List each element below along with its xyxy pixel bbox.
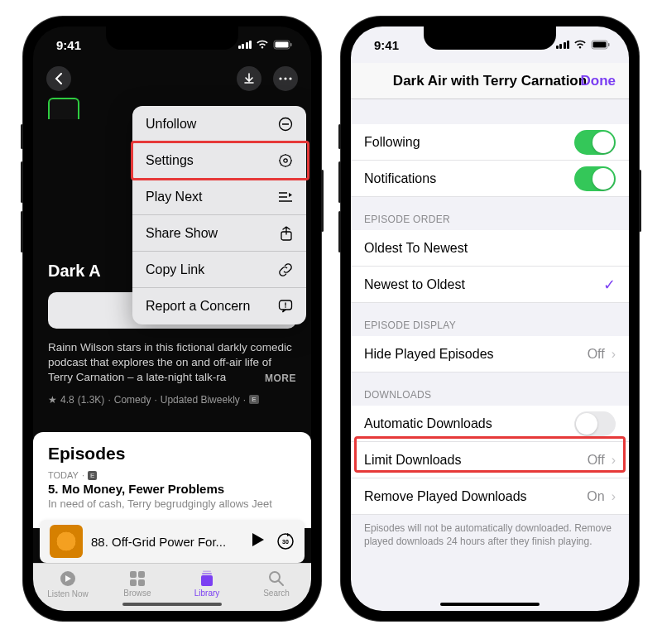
gear-icon [278,153,293,168]
svg-rect-12 [138,579,145,586]
chevron-right-icon: › [612,347,616,362]
svg-rect-10 [138,571,145,578]
phone-right: 9:41 Dark Air with Terry Carnation Done … [341,17,639,621]
grid-icon [129,570,146,587]
tab-search[interactable]: Search [242,564,311,604]
cell-limit-downloads[interactable]: Limit Downloads Off› [351,442,629,478]
download-button[interactable] [237,66,261,91]
toggle-following[interactable] [574,130,616,155]
phone-left: 9:41 Dar [23,17,321,621]
cell-hide-played[interactable]: Hide Played Episodes Off› [351,336,629,372]
podcast-description: Rainn Wilson stars in this fictional dar… [48,340,296,386]
episode-title[interactable]: 5. Mo Money, Fewer Problems [33,480,311,497]
star-icon: ★ [48,394,57,406]
menu-settings[interactable]: Settings [132,142,306,179]
episode-description: In need of cash, Terry begrudgingly allo… [33,497,311,513]
notch [424,26,556,50]
svg-point-22 [285,306,286,308]
status-time: 9:41 [56,38,81,52]
svg-text:30: 30 [282,539,289,545]
play-control[interactable] [252,532,265,550]
done-button[interactable]: Done [581,73,616,89]
podcast-artwork[interactable] [48,98,79,119]
chevron-right-icon: › [612,453,616,468]
explicit-badge: E [88,471,97,480]
skip-forward-30-icon[interactable]: 30 [276,532,295,550]
chevron-left-icon [55,73,63,84]
status-icons [238,40,294,50]
cell-remove-played-downloads[interactable]: Remove Played Downloads On› [351,478,629,515]
svg-rect-14 [202,573,212,574]
explicit-badge: E [249,395,258,404]
back-button[interactable] [46,66,71,91]
cellular-icon [556,41,570,49]
more-button[interactable] [273,66,298,91]
battery-icon [273,40,293,50]
settings-list[interactable]: Following Notifications EPISODE ORDER Ol… [351,99,629,611]
menu-unfollow[interactable]: Unfollow [132,106,306,142]
share-icon [280,226,293,241]
now-playing-title: 88. Off-Grid Power For... [91,535,243,549]
svg-rect-25 [608,43,610,46]
cellular-icon [238,41,252,49]
svg-point-16 [270,572,280,582]
svg-rect-11 [130,579,137,586]
menu-share-show[interactable]: Share Show [132,215,306,252]
play-circle-icon [59,570,77,588]
play-next-icon [278,191,293,203]
svg-point-3 [279,77,281,79]
svg-rect-1 [276,42,289,48]
svg-rect-9 [130,571,137,578]
header-episode-display: EPISODE DISPLAY [351,303,629,336]
ellipsis-icon [279,77,292,80]
tab-listen-now[interactable]: Listen Now [33,564,103,604]
svg-point-18 [280,155,291,166]
report-icon [278,300,293,313]
minus-circle-icon [278,117,293,132]
link-icon [278,262,293,277]
menu-report[interactable]: Report a Concern [132,288,306,324]
more-button-text[interactable]: MORE [258,372,296,385]
status-time: 9:41 [374,38,399,52]
screen-settings: 9:41 Dark Air with Terry Carnation Done … [351,26,629,611]
toggle-notifications[interactable] [574,166,616,191]
menu-play-next[interactable]: Play Next [132,179,306,215]
header-downloads: DOWNLOADS [351,372,629,406]
episode-date: TODAY· E [33,470,311,480]
svg-point-4 [284,77,286,79]
svg-rect-13 [201,575,213,586]
nav-bar: Dark Air with Terry Carnation Done [351,63,629,99]
episodes-header: Episodes [33,432,311,470]
menu-copy-link[interactable]: Copy Link [132,252,306,288]
cell-oldest-to-newest[interactable]: Oldest To Newest [351,230,629,267]
toggle-automatic-downloads[interactable] [574,411,616,436]
now-playing-bar[interactable]: 88. Off-Grid Power For... 30 [40,520,305,563]
svg-rect-24 [593,42,607,48]
svg-point-19 [284,158,287,161]
checkmark-icon: ✓ [603,276,616,294]
download-icon [243,73,255,84]
wifi-icon [573,40,587,50]
svg-rect-2 [290,43,292,46]
nav-bar [33,63,311,98]
cell-notifications[interactable]: Notifications [351,161,629,197]
tab-library[interactable]: Library [172,564,242,604]
notch [106,26,238,50]
cell-automatic-downloads[interactable]: Automatic Downloads [351,406,629,442]
library-icon [198,570,216,587]
home-indicator[interactable] [440,603,540,606]
cell-following[interactable]: Following [351,124,629,161]
status-icons [556,40,612,50]
context-menu: Unfollow Settings Play Next Share Show C… [132,106,306,324]
podcast-meta: ★ 4.8 (1.3K) · Comedy · Updated Biweekly… [48,394,296,406]
chevron-right-icon: › [612,489,616,504]
tab-browse[interactable]: Browse [103,564,172,604]
svg-point-5 [289,77,291,79]
search-icon [268,570,285,587]
home-indicator[interactable] [122,603,222,606]
screen-podcast-show: 9:41 Dar [33,26,311,611]
episodes-section: Episodes TODAY· E 5. Mo Money, Fewer Pro… [33,432,311,528]
cell-newest-to-oldest[interactable]: Newest to Oldest ✓ [351,267,629,303]
now-playing-artwork [50,525,83,558]
svg-rect-15 [203,571,211,573]
